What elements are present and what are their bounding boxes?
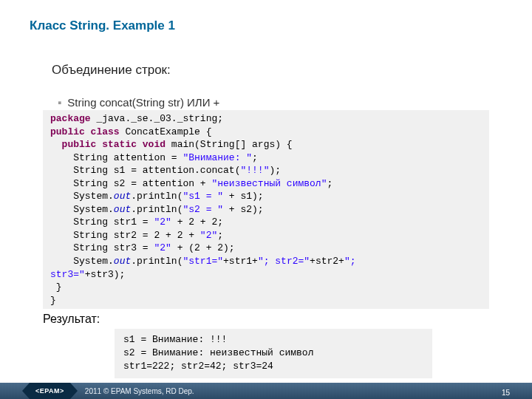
- output-block: s1 = Внимание: !!! s2 = Внимание: неизве…: [115, 329, 432, 378]
- footer: <EPAM> 2011 © EPAM Systems, RD Dep. 15: [0, 383, 532, 399]
- result-label: Результат:: [43, 313, 502, 326]
- copyright-text: 2011 © EPAM Systems, RD Dep.: [85, 387, 194, 395]
- page-number: 15: [502, 389, 510, 397]
- bullet-item: ▪String concat(String str) ИЛИ +: [58, 96, 502, 109]
- code-block: package _java._se._03._string; public cl…: [43, 110, 489, 309]
- brand-logo: <EPAM>: [30, 383, 70, 399]
- bullet-text: String concat(String str) ИЛИ +: [67, 96, 219, 109]
- slide-title: Класс String. Example 1: [30, 18, 502, 33]
- slide-subtitle: Объединение строк:: [52, 63, 502, 78]
- bullet-icon: ▪: [58, 96, 61, 109]
